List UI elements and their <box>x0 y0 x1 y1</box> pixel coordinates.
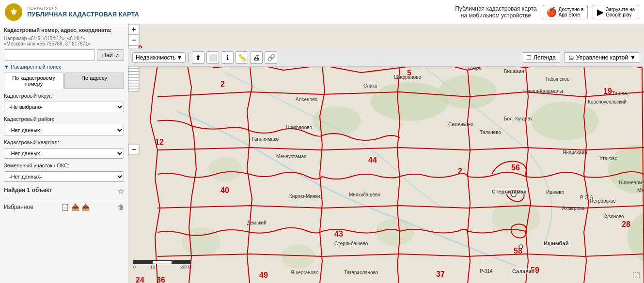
toolbar: Недвижимость ▼ ⬆ ⬜ ℹ 📏 🖨 🔗 ☐ Легенда 🗂 У… <box>128 48 644 67</box>
chevron-down-icon: ▼ <box>177 54 183 61</box>
layers-icon: 🗂 <box>568 54 574 61</box>
googleplay-label: Загрузите на Google play <box>606 7 635 17</box>
rayon-label: Кадастровый район: <box>4 116 124 122</box>
appstore-label: Доступно в App Store <box>559 7 584 17</box>
svg-rect-29 <box>128 83 139 86</box>
manage-map-chevron-icon: ▼ <box>630 54 636 61</box>
svg-point-36 <box>549 243 551 246</box>
kvartal-select[interactable]: -Нет данных- <box>4 148 124 159</box>
favorites-add-icon[interactable]: 📋 <box>61 203 69 211</box>
svg-point-4 <box>531 102 598 140</box>
svg-text:+: + <box>131 25 136 33</box>
tab-row: По кадастровому номеру По адресу <box>4 73 124 89</box>
svg-point-11 <box>208 157 242 181</box>
favorites-label: Избранное <box>4 204 33 210</box>
portal-logo: ⚜ <box>5 3 22 21</box>
favorites-row: Избранное 📋 📤 📥 🗑 <box>4 201 124 211</box>
appstore-badge[interactable]: 🍎 Доступно в App Store <box>542 5 588 19</box>
checkbox-icon: ☐ <box>526 54 532 61</box>
main: Кадастровый номер, адрес, координата: На… <box>0 24 644 283</box>
kvartal-label: Кадастровый квартал: <box>4 139 124 145</box>
legend-label: Легенда <box>534 54 556 61</box>
star-icon[interactable]: ☆ <box>117 187 124 196</box>
ruler-tool-btn[interactable]: 📏 <box>236 51 248 64</box>
favorites-import-icon[interactable]: 📥 <box>81 203 90 211</box>
manage-map-button[interactable]: 🗂 Управление картой ▼ <box>564 52 640 63</box>
apple-icon: 🍎 <box>546 7 557 17</box>
svg-text:−: − <box>131 145 136 153</box>
favorites-export-icon[interactable]: 📤 <box>71 203 79 211</box>
select-tool-btn[interactable]: ⬜ <box>206 51 219 64</box>
search-hint: Например «61:6:10104:12», «61:6:*», «Мос… <box>4 36 124 46</box>
googleplay-icon: ▶ <box>597 7 604 17</box>
zemelnyy-label: Земельный участок / ОКС: <box>4 163 124 168</box>
nedvizhimost-dropdown[interactable]: Недвижимость ▼ <box>132 52 186 63</box>
pkk-description: Публичная кадастровая карта на мобильном… <box>455 5 536 19</box>
header: ⚜ ПОРТАЛ УСЛУГ ПУБЛИЧНАЯ КАДАСТРОВАЯ КАР… <box>0 0 644 24</box>
svg-point-34 <box>511 192 516 197</box>
okrug-label: Кадастровый округ: <box>4 93 124 99</box>
link-tool-btn[interactable]: 🔗 <box>265 51 277 64</box>
manage-map-label: Управление картой <box>576 54 628 61</box>
search-input[interactable] <box>4 49 95 61</box>
svg-rect-25 <box>128 72 139 74</box>
info-tool-btn[interactable]: ℹ <box>221 51 234 64</box>
scale-label-20: 20КМ <box>172 265 191 269</box>
advanced-search-link[interactable]: ▼ Расширенный поиск <box>4 64 124 70</box>
tab-address[interactable]: По адресу <box>64 73 124 89</box>
scale-bar: 0 10 20КМ <box>133 260 191 269</box>
search-label: Кадастровый номер, адрес, координата: <box>4 27 124 33</box>
portal-title-block: ПОРТАЛ УСЛУГ ПУБЛИЧНАЯ КАДАСТРОВАЯ КАРТА <box>27 6 139 18</box>
rayon-select[interactable]: -Нет данных- <box>4 125 124 135</box>
svg-rect-24 <box>128 69 139 72</box>
print-tool-btn[interactable]: 🖨 <box>250 51 263 64</box>
svg-text:−: − <box>131 36 136 44</box>
nedvizhimost-label: Недвижимость <box>136 54 176 61</box>
svg-rect-27 <box>128 77 139 80</box>
search-button[interactable]: Найти <box>97 49 124 61</box>
map-corner-icon: ⬚ <box>633 270 640 279</box>
svg-rect-26 <box>128 74 139 77</box>
tab-cadastral[interactable]: По кадастровому номеру <box>4 73 63 89</box>
legend-area: ☐ Легенда 🗂 Управление картой ▼ <box>522 52 640 63</box>
header-right: Публичная кадастровая карта на мобильном… <box>455 5 639 19</box>
result-found: Найден 1 объект ☆ <box>4 187 124 196</box>
okrug-select[interactable]: -Не выбрано- <box>4 102 124 112</box>
header-left: ⚜ ПОРТАЛ УСЛУГ ПУБЛИЧНАЯ КАДАСТРОВАЯ КАР… <box>5 3 139 21</box>
googleplay-badge[interactable]: ▶ Загрузите на Google play <box>593 5 639 19</box>
svg-rect-28 <box>128 80 139 83</box>
scale-label-10: 10 <box>133 265 172 269</box>
svg-rect-30 <box>128 86 139 89</box>
portal-title: ПУБЛИЧНАЯ КАДАСТРОВАЯ КАРТА <box>27 11 139 18</box>
favorites-icons: 📋 📤 📥 <box>61 203 90 211</box>
toolbar-separator-1 <box>188 52 189 63</box>
svg-point-1 <box>371 82 448 121</box>
left-panel: Кадастровый номер, адрес, координата: На… <box>0 24 128 283</box>
trash-icon[interactable]: 🗑 <box>117 203 124 211</box>
svg-point-7 <box>182 227 220 256</box>
zemelnyy-select[interactable]: -Нет данных- <box>4 171 124 182</box>
svg-point-2 <box>439 75 497 109</box>
search-row: Найти <box>4 49 124 61</box>
cursor-tool-btn[interactable]: ⬆ <box>192 51 204 64</box>
svg-point-35 <box>519 245 523 249</box>
legend-button[interactable]: ☐ Легенда <box>522 52 560 63</box>
svg-rect-31 <box>128 89 139 91</box>
portal-subtitle: ПОРТАЛ УСЛУГ <box>27 6 139 11</box>
